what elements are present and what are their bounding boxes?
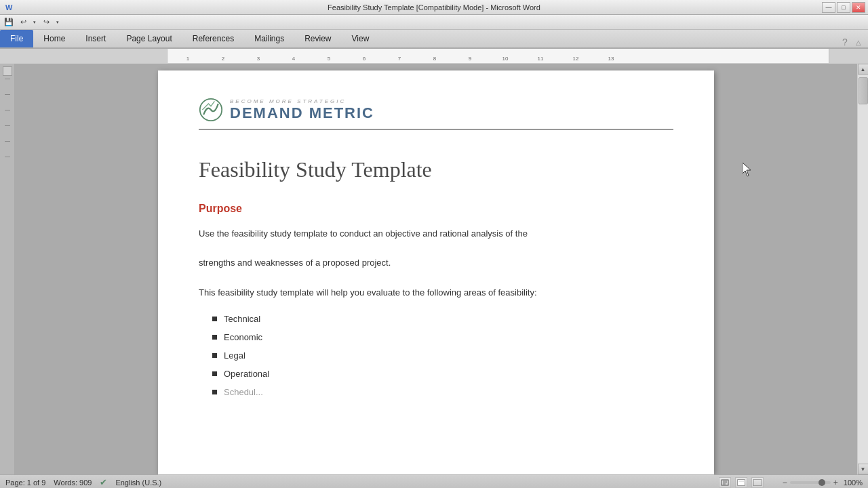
ribbon-tabs: File Home Insert Page Layout References …	[0, 30, 868, 47]
redo-icon[interactable]: ↪	[40, 16, 52, 28]
tab-file[interactable]: File	[0, 30, 33, 47]
bullet-icon-schedule	[212, 390, 217, 394]
svg-rect-8	[753, 479, 762, 486]
scroll-up-button[interactable]: ▲	[858, 64, 869, 75]
tab-view[interactable]: View	[342, 30, 380, 47]
ribbon: File Home Insert Page Layout References …	[0, 30, 868, 49]
list-item-label-economic: Economic	[224, 332, 262, 342]
ruler-marks: 1 2 3 4 5 6 7 8 9 10 11 12 13	[167, 49, 629, 63]
scrollbar-track[interactable]	[858, 75, 869, 464]
quick-access-toolbar: 💾 ↩ ▾ ↪ ▾	[0, 15, 868, 30]
undo-icon[interactable]: ↩	[17, 16, 29, 28]
status-bar: Page: 1 of 9 Words: 909 ✔ English (U.S.)…	[0, 474, 868, 488]
zoom-in-icon[interactable]: +	[833, 478, 838, 487]
body-paragraph-2: strengths and weaknesses of a proposed p…	[199, 255, 673, 270]
tab-references[interactable]: References	[182, 30, 244, 47]
print-layout-view-button[interactable]	[719, 477, 731, 488]
undo-dropdown-icon[interactable]: ▾	[31, 16, 38, 28]
list-item-legal: Legal	[212, 350, 673, 361]
word-count: Words: 909	[54, 479, 92, 487]
list-item-label-technical: Technical	[224, 314, 260, 324]
list-item-schedule: Schedul...	[212, 387, 673, 397]
word-icon: W	[5, 3, 12, 12]
bullet-icon-legal	[212, 353, 217, 358]
right-scrollbar: ▲ ▼	[857, 64, 868, 474]
close-button[interactable]: ✕	[852, 2, 865, 13]
minimize-button[interactable]: —	[822, 2, 835, 13]
bullet-list: Technical Economic Legal Operational Sch…	[199, 314, 673, 397]
left-gutter	[0, 64, 15, 474]
logo-text-area: Become More Strategic Demand Metric	[230, 98, 374, 122]
list-item-economic: Economic	[212, 332, 673, 342]
language-info: English (U.S.)	[115, 479, 161, 487]
scrollbar-thumb[interactable]	[859, 77, 868, 104]
tab-page-layout[interactable]: Page Layout	[116, 30, 182, 47]
svg-rect-6	[738, 480, 745, 485]
logo-tagline: Become More Strategic	[230, 98, 374, 104]
ribbon-minimize-icon[interactable]: △	[853, 37, 864, 47]
bullet-icon-operational	[212, 371, 217, 376]
status-bar-left: Page: 1 of 9 Words: 909 ✔ English (U.S.)	[5, 477, 161, 487]
ruler: 1 2 3 4 5 6 7 8 9 10 11 12 13	[0, 49, 868, 64]
list-item-label-legal: Legal	[224, 350, 245, 361]
demand-metric-logo-icon	[199, 98, 223, 122]
web-layout-view-button[interactable]	[751, 477, 764, 488]
zoom-level: 100%	[844, 479, 863, 487]
main-area: Become More Strategic Demand Metric Feas…	[0, 64, 868, 474]
zoom-out-icon[interactable]: −	[783, 478, 787, 487]
tab-home[interactable]: Home	[33, 30, 75, 47]
ruler-corner[interactable]	[3, 66, 12, 76]
full-screen-view-button[interactable]	[735, 477, 747, 488]
zoom-slider[interactable]	[790, 481, 831, 484]
status-bar-right: − + 100%	[719, 477, 863, 488]
list-item-label-schedule: Schedul...	[224, 387, 263, 397]
list-item-label-operational: Operational	[224, 369, 269, 379]
spell-check-icon[interactable]: ✔	[100, 477, 107, 487]
quick-access-dropdown-icon[interactable]: ▾	[54, 16, 61, 28]
title-bar-left: W	[3, 3, 12, 12]
body-paragraph-1: Use the feasibility study template to co…	[199, 226, 673, 241]
tab-insert[interactable]: Insert	[75, 30, 116, 47]
bullet-icon-economic	[212, 335, 217, 340]
tab-review[interactable]: Review	[294, 30, 341, 47]
logo-name: Demand Metric	[230, 104, 374, 122]
title-bar: W Feasibility Study Template [Compatibil…	[0, 0, 868, 15]
tab-mailings[interactable]: Mailings	[244, 30, 294, 47]
title-bar-title: Feasibility Study Template [Compatibilit…	[328, 3, 540, 12]
zoom-slider-thumb[interactable]	[818, 479, 825, 486]
list-item-technical: Technical	[212, 314, 673, 324]
section-heading-purpose: Purpose	[199, 203, 673, 215]
scroll-down-button[interactable]: ▼	[858, 464, 869, 474]
list-item-operational: Operational	[212, 369, 673, 379]
bullet-icon-technical	[212, 317, 217, 321]
help-icon[interactable]: ?	[840, 37, 850, 47]
maximize-button[interactable]: □	[837, 2, 850, 13]
document-area: Become More Strategic Demand Metric Feas…	[15, 64, 857, 474]
intro-text: This feasibility study template will hel…	[199, 285, 673, 300]
document-title: Feasibility Study Template	[199, 157, 673, 182]
zoom-control: − + 100%	[783, 478, 863, 487]
page-info: Page: 1 of 9	[5, 479, 45, 487]
title-bar-controls: — □ ✕	[822, 2, 865, 13]
save-icon[interactable]: 💾	[3, 16, 15, 28]
logo-area: Become More Strategic Demand Metric	[199, 98, 673, 130]
document: Become More Strategic Demand Metric Feas…	[158, 70, 714, 474]
